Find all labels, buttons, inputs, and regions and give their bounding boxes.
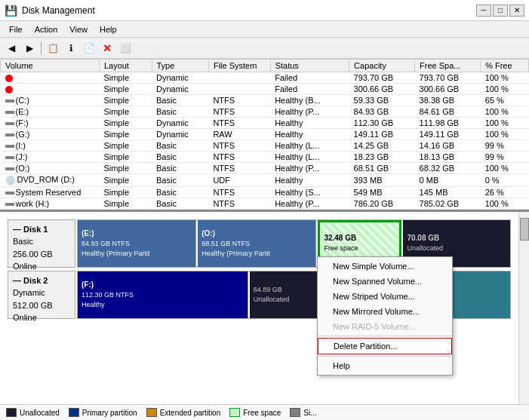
table-row[interactable]: (O:)SimpleBasicNTFSHealthy (P...68.51 GB… bbox=[1, 163, 529, 174]
toolbar-sep-1 bbox=[41, 41, 42, 55]
ctx-new-mirrored[interactable]: New Mirrored Volume... bbox=[318, 304, 452, 319]
forward-button[interactable]: ▶ bbox=[21, 40, 38, 57]
table-row[interactable]: (C:)SimpleBasicNTFSHealthy (B...59.33 GB… bbox=[1, 95, 529, 106]
disk-2-status: Online bbox=[13, 311, 70, 324]
table-row[interactable]: (G:)SimpleDynamicRAWHealthy149.11 GB149.… bbox=[1, 129, 529, 140]
disk-2-part-F[interactable]: (F:) 112.30 GB NTFSHealthy bbox=[78, 271, 248, 318]
part-E-info: 84.93 GB NTFSHealthy (Primary Partit bbox=[82, 239, 192, 258]
ctx-sep-2 bbox=[318, 356, 452, 357]
col-header-capacity[interactable]: Capacity bbox=[349, 60, 415, 72]
legend-swatch-simple bbox=[290, 408, 300, 417]
part-O-label: (O:) bbox=[201, 228, 312, 239]
table-row[interactable]: (F:)SimpleDynamicNTFSHealthy112.30 GB111… bbox=[1, 118, 529, 129]
context-menu: New Simple Volume... New Spanned Volume.… bbox=[317, 256, 453, 376]
toolbar: ◀ ▶ 📋 ℹ 📄 ✕ ⬜ bbox=[0, 38, 529, 59]
ctx-new-striped[interactable]: New Striped Volume... bbox=[318, 289, 452, 304]
table-row[interactable]: (J:)SimpleBasicNTFSHealthy (L...18.23 GB… bbox=[1, 152, 529, 163]
col-header-type[interactable]: Type bbox=[152, 60, 208, 72]
legend-swatch-freespace bbox=[229, 408, 240, 417]
col-header-fs[interactable]: File System bbox=[208, 60, 270, 72]
part-F-info: 112.30 GB NTFSHealthy bbox=[82, 290, 244, 309]
disk-1-size: 256.00 GB bbox=[13, 248, 70, 261]
minimize-button[interactable]: ─ bbox=[476, 5, 491, 17]
table-header-row: Volume Layout Type File System Status Ca… bbox=[1, 60, 529, 72]
col-header-free[interactable]: Free Spa... bbox=[415, 60, 481, 72]
menu-action[interactable]: Action bbox=[29, 24, 64, 35]
disk-1-name: — Disk 1 bbox=[13, 223, 70, 236]
table-row[interactable]: SimpleDynamicFailed300.66 GB300.66 GB100… bbox=[1, 84, 529, 95]
menu-help[interactable]: Help bbox=[94, 24, 123, 35]
disk-2-type: Dynamic bbox=[13, 287, 70, 299]
part-E-label: (E:) bbox=[82, 228, 192, 239]
ctx-help[interactable]: Help bbox=[318, 358, 452, 373]
maximize-button[interactable]: □ bbox=[493, 5, 508, 17]
legend-swatch-primary bbox=[69, 408, 79, 417]
legend-swatch-extended bbox=[146, 408, 157, 417]
part-O-info: 68.51 GB NTFSHealthy (Primary Partit bbox=[201, 239, 312, 258]
legend-simple: Si... bbox=[290, 408, 316, 417]
properties-button[interactable]: 📋 bbox=[45, 40, 61, 57]
legend-unallocated: Unallocated bbox=[6, 408, 60, 417]
title-bar: 💾 Disk Management ─ □ ✕ bbox=[0, 0, 529, 21]
disk-1-part-E[interactable]: (E:) 84.93 GB NTFSHealthy (Primary Parti… bbox=[78, 220, 196, 267]
legend-label-freespace: Free space bbox=[243, 409, 281, 417]
table-row[interactable]: work (H:)SimpleBasicNTFSHealthy (P...786… bbox=[1, 198, 529, 209]
ctx-new-raid5: New RAID-5 Volume... bbox=[318, 319, 452, 334]
col-header-status[interactable]: Status bbox=[270, 60, 349, 72]
volume-table: Volume Layout Type File System Status Ca… bbox=[0, 59, 529, 210]
menu-bar: File Action View Help bbox=[0, 21, 529, 38]
disk-1-label: — Disk 1 Basic 256.00 GB Online bbox=[8, 219, 75, 268]
table-body: SimpleDynamicFailed793.70 GB793.70 GB100… bbox=[1, 72, 529, 210]
help-button[interactable]: ℹ bbox=[63, 40, 79, 57]
table-row[interactable]: (E:)SimpleBasicNTFSHealthy (P...84.93 GB… bbox=[1, 106, 529, 118]
toolbar-x-button[interactable]: ✕ bbox=[99, 40, 115, 57]
part-unalloc-label: 70.08 GB bbox=[407, 233, 506, 244]
legend-swatch-unallocated bbox=[6, 408, 17, 417]
back-button[interactable]: ◀ bbox=[3, 40, 20, 57]
table-row[interactable]: 💿DVD_ROM (D:)SimpleBasicUDFHealthy393 MB… bbox=[1, 174, 529, 187]
legend-freespace: Free space bbox=[229, 408, 281, 417]
ctx-sep-1 bbox=[318, 336, 452, 336]
menu-file[interactable]: File bbox=[3, 24, 29, 35]
legend-label-extended: Extended partition bbox=[160, 409, 221, 417]
legend-primary: Primary partition bbox=[69, 408, 137, 417]
col-header-layout[interactable]: Layout bbox=[99, 60, 152, 72]
ctx-new-spanned[interactable]: New Spanned Volume... bbox=[318, 274, 452, 289]
new-button[interactable]: 📄 bbox=[81, 40, 97, 57]
close-button[interactable]: ✕ bbox=[509, 5, 524, 17]
part-unalloc-info: Unallocated bbox=[407, 244, 506, 253]
disk-2-size: 512.00 GB bbox=[13, 299, 70, 312]
table-row[interactable]: System ReservedSimpleBasicNTFSHealthy (S… bbox=[1, 186, 529, 198]
part-F-label: (F:) bbox=[82, 280, 244, 290]
col-header-volume[interactable]: Volume bbox=[1, 60, 100, 72]
app-title: Disk Management bbox=[22, 5, 95, 16]
ctx-delete-partition[interactable]: Delete Partition... bbox=[318, 338, 452, 354]
disk-2-label: — Disk 2 Dynamic 512.00 GB Online bbox=[8, 271, 75, 319]
legend-label-unallocated: Unallocated bbox=[20, 409, 60, 417]
disk-1-type: Basic bbox=[13, 235, 70, 248]
part-free-info: Free space bbox=[324, 244, 395, 253]
disk-area-scrollbar[interactable] bbox=[518, 212, 529, 404]
disk-1-part-O[interactable]: (O:) 68.51 GB NTFSHealthy (Primary Parti… bbox=[198, 220, 316, 267]
volume-table-area: Volume Layout Type File System Status Ca… bbox=[0, 59, 529, 212]
legend-extended: Extended partition bbox=[146, 408, 221, 417]
table-row[interactable]: SimpleDynamicFailed793.70 GB793.70 GB100… bbox=[1, 72, 529, 84]
window-controls: ─ □ ✕ bbox=[476, 5, 524, 17]
app-icon: 💾 bbox=[5, 5, 17, 17]
legend: Unallocated Primary partition Extended p… bbox=[0, 404, 529, 420]
settings-button[interactable]: ⬜ bbox=[117, 40, 134, 57]
menu-view[interactable]: View bbox=[63, 24, 94, 35]
part-free-label: 32.48 GB bbox=[324, 233, 395, 244]
legend-label-simple: Si... bbox=[303, 409, 316, 417]
disk-2-name: — Disk 2 bbox=[13, 274, 70, 287]
legend-label-primary: Primary partition bbox=[82, 409, 137, 417]
ctx-new-simple[interactable]: New Simple Volume... bbox=[318, 259, 452, 274]
col-header-pct[interactable]: % Free bbox=[481, 60, 529, 72]
table-row[interactable]: (I:)SimpleBasicNTFSHealthy (L...14.25 GB… bbox=[1, 140, 529, 152]
